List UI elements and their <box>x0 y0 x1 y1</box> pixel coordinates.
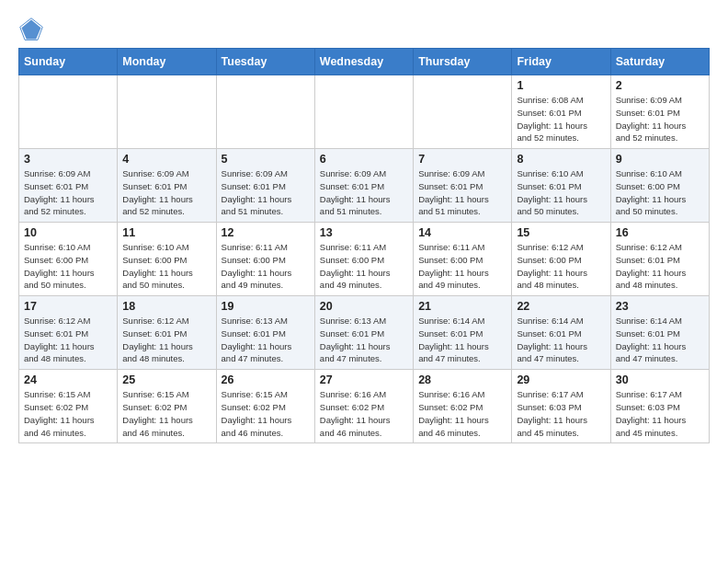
day-number: 26 <box>222 373 310 386</box>
day-number: 3 <box>24 153 112 166</box>
calendar-cell: 22Sunrise: 6:14 AM Sunset: 6:01 PM Dayli… <box>512 296 610 370</box>
calendar-cell: 26Sunrise: 6:15 AM Sunset: 6:02 PM Dayli… <box>216 370 314 443</box>
day-info: Sunrise: 6:15 AM Sunset: 6:02 PM Dayligh… <box>222 388 310 439</box>
logo <box>18 17 48 42</box>
day-info: Sunrise: 6:11 AM Sunset: 6:00 PM Dayligh… <box>222 241 310 292</box>
day-info: Sunrise: 6:09 AM Sunset: 6:01 PM Dayligh… <box>122 167 210 218</box>
day-info: Sunrise: 6:13 AM Sunset: 6:01 PM Dayligh… <box>320 315 408 365</box>
calendar-cell: 4Sunrise: 6:09 AM Sunset: 6:01 PM Daylig… <box>118 149 216 223</box>
day-number: 11 <box>122 226 210 239</box>
day-info: Sunrise: 6:15 AM Sunset: 6:02 PM Dayligh… <box>122 388 210 439</box>
calendar-cell: 20Sunrise: 6:13 AM Sunset: 6:01 PM Dayli… <box>314 296 413 370</box>
day-info: Sunrise: 6:12 AM Sunset: 6:01 PM Dayligh… <box>24 315 112 365</box>
calendar-cell <box>19 75 118 149</box>
calendar-week-row: 17Sunrise: 6:12 AM Sunset: 6:01 PM Dayli… <box>19 296 710 370</box>
day-info: Sunrise: 6:10 AM Sunset: 6:00 PM Dayligh… <box>122 241 210 292</box>
day-info: Sunrise: 6:13 AM Sunset: 6:01 PM Dayligh… <box>222 315 310 365</box>
day-number: 23 <box>616 300 704 313</box>
calendar-cell <box>216 75 314 149</box>
day-info: Sunrise: 6:14 AM Sunset: 6:01 PM Dayligh… <box>418 315 506 365</box>
calendar-cell: 28Sunrise: 6:16 AM Sunset: 6:02 PM Dayli… <box>414 370 512 443</box>
day-number: 22 <box>517 300 605 313</box>
calendar-cell: 3Sunrise: 6:09 AM Sunset: 6:01 PM Daylig… <box>19 149 118 223</box>
calendar-cell: 8Sunrise: 6:10 AM Sunset: 6:01 PM Daylig… <box>512 149 610 223</box>
day-number: 20 <box>320 300 408 313</box>
day-info: Sunrise: 6:09 AM Sunset: 6:01 PM Dayligh… <box>320 167 408 218</box>
calendar-day-header: Wednesday <box>314 49 413 75</box>
calendar-cell: 17Sunrise: 6:12 AM Sunset: 6:01 PM Dayli… <box>19 296 118 370</box>
day-info: Sunrise: 6:08 AM Sunset: 6:01 PM Dayligh… <box>517 94 605 144</box>
day-number: 21 <box>418 300 506 313</box>
day-number: 7 <box>418 153 506 166</box>
calendar-day-header: Monday <box>118 49 216 75</box>
calendar-cell: 19Sunrise: 6:13 AM Sunset: 6:01 PM Dayli… <box>216 296 314 370</box>
day-info: Sunrise: 6:09 AM Sunset: 6:01 PM Dayligh… <box>24 167 112 218</box>
day-info: Sunrise: 6:12 AM Sunset: 6:01 PM Dayligh… <box>616 241 704 292</box>
day-number: 17 <box>24 300 112 313</box>
day-info: Sunrise: 6:09 AM Sunset: 6:01 PM Dayligh… <box>418 167 506 218</box>
calendar-cell: 27Sunrise: 6:16 AM Sunset: 6:02 PM Dayli… <box>314 370 413 443</box>
day-info: Sunrise: 6:15 AM Sunset: 6:02 PM Dayligh… <box>24 388 112 439</box>
day-info: Sunrise: 6:09 AM Sunset: 6:01 PM Dayligh… <box>222 167 310 218</box>
day-number: 14 <box>418 226 506 239</box>
day-number: 30 <box>616 373 704 386</box>
calendar-cell: 18Sunrise: 6:12 AM Sunset: 6:01 PM Dayli… <box>118 296 216 370</box>
day-number: 8 <box>517 153 605 166</box>
day-number: 18 <box>122 300 210 313</box>
day-number: 6 <box>320 153 408 166</box>
calendar-cell <box>314 75 413 149</box>
calendar-week-row: 3Sunrise: 6:09 AM Sunset: 6:01 PM Daylig… <box>19 149 710 223</box>
calendar-cell: 12Sunrise: 6:11 AM Sunset: 6:00 PM Dayli… <box>216 223 314 296</box>
calendar-cell: 9Sunrise: 6:10 AM Sunset: 6:00 PM Daylig… <box>610 149 709 223</box>
calendar-cell: 2Sunrise: 6:09 AM Sunset: 6:01 PM Daylig… <box>610 75 709 149</box>
day-info: Sunrise: 6:16 AM Sunset: 6:02 PM Dayligh… <box>418 388 506 439</box>
day-number: 13 <box>320 226 408 239</box>
calendar-cell: 11Sunrise: 6:10 AM Sunset: 6:00 PM Dayli… <box>118 223 216 296</box>
day-info: Sunrise: 6:17 AM Sunset: 6:03 PM Dayligh… <box>616 388 704 439</box>
day-number: 29 <box>517 373 605 386</box>
calendar-cell: 15Sunrise: 6:12 AM Sunset: 6:00 PM Dayli… <box>512 223 610 296</box>
calendar-cell: 5Sunrise: 6:09 AM Sunset: 6:01 PM Daylig… <box>216 149 314 223</box>
logo-icon <box>18 17 44 42</box>
day-number: 19 <box>222 300 310 313</box>
day-info: Sunrise: 6:11 AM Sunset: 6:00 PM Dayligh… <box>320 241 408 292</box>
calendar-cell: 6Sunrise: 6:09 AM Sunset: 6:01 PM Daylig… <box>314 149 413 223</box>
calendar-day-header: Thursday <box>414 49 512 75</box>
calendar-cell: 29Sunrise: 6:17 AM Sunset: 6:03 PM Dayli… <box>512 370 610 443</box>
day-number: 5 <box>222 153 310 166</box>
calendar-day-header: Tuesday <box>216 49 314 75</box>
calendar-cell: 1Sunrise: 6:08 AM Sunset: 6:01 PM Daylig… <box>512 75 610 149</box>
calendar-cell: 10Sunrise: 6:10 AM Sunset: 6:00 PM Dayli… <box>19 223 118 296</box>
calendar-header-row: SundayMondayTuesdayWednesdayThursdayFrid… <box>19 49 710 75</box>
day-number: 24 <box>24 373 112 386</box>
calendar-cell <box>414 75 512 149</box>
calendar-day-header: Friday <box>512 49 610 75</box>
calendar-cell: 14Sunrise: 6:11 AM Sunset: 6:00 PM Dayli… <box>414 223 512 296</box>
calendar-cell: 24Sunrise: 6:15 AM Sunset: 6:02 PM Dayli… <box>19 370 118 443</box>
day-info: Sunrise: 6:12 AM Sunset: 6:01 PM Dayligh… <box>122 315 210 365</box>
calendar-day-header: Saturday <box>610 49 709 75</box>
day-number: 1 <box>517 79 605 92</box>
svg-marker-0 <box>22 20 41 40</box>
calendar-cell: 21Sunrise: 6:14 AM Sunset: 6:01 PM Dayli… <box>414 296 512 370</box>
day-number: 9 <box>616 153 704 166</box>
calendar-cell <box>118 75 216 149</box>
calendar-cell: 30Sunrise: 6:17 AM Sunset: 6:03 PM Dayli… <box>610 370 709 443</box>
day-info: Sunrise: 6:09 AM Sunset: 6:01 PM Dayligh… <box>616 94 704 144</box>
calendar-cell: 25Sunrise: 6:15 AM Sunset: 6:02 PM Dayli… <box>118 370 216 443</box>
day-number: 25 <box>122 373 210 386</box>
calendar-cell: 7Sunrise: 6:09 AM Sunset: 6:01 PM Daylig… <box>414 149 512 223</box>
day-number: 10 <box>24 226 112 239</box>
day-info: Sunrise: 6:14 AM Sunset: 6:01 PM Dayligh… <box>517 315 605 365</box>
day-number: 12 <box>222 226 310 239</box>
day-number: 2 <box>616 79 704 92</box>
day-info: Sunrise: 6:11 AM Sunset: 6:00 PM Dayligh… <box>418 241 506 292</box>
day-info: Sunrise: 6:10 AM Sunset: 6:01 PM Dayligh… <box>517 167 605 218</box>
calendar-week-row: 1Sunrise: 6:08 AM Sunset: 6:01 PM Daylig… <box>19 75 710 149</box>
day-number: 27 <box>320 373 408 386</box>
calendar-cell: 13Sunrise: 6:11 AM Sunset: 6:00 PM Dayli… <box>314 223 413 296</box>
calendar-week-row: 10Sunrise: 6:10 AM Sunset: 6:00 PM Dayli… <box>19 223 710 296</box>
page: SundayMondayTuesdayWednesdayThursdayFrid… <box>0 0 728 460</box>
day-number: 4 <box>122 153 210 166</box>
day-info: Sunrise: 6:17 AM Sunset: 6:03 PM Dayligh… <box>517 388 605 439</box>
